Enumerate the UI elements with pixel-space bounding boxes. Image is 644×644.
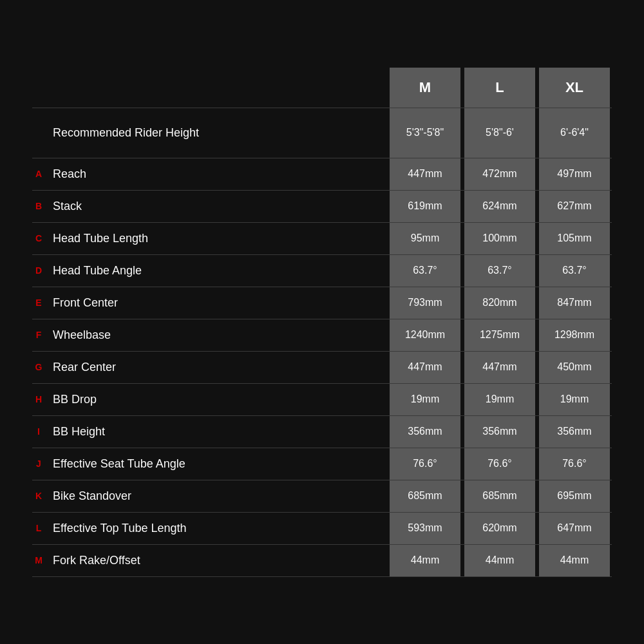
table-row: AReach447mm472mm497mm (32, 158, 612, 190)
table-row: CHead Tube Length95mm100mm105mm (32, 222, 612, 254)
size-cell-2: 356mm (539, 416, 610, 448)
row-letter: H (32, 394, 45, 404)
row-letter: E (32, 298, 45, 308)
table-wrapper: M L XL Recommended Rider Height5'3"-5'8"… (32, 68, 612, 577)
label-section: JEffective Seat Tube Angle (32, 448, 388, 480)
size-cell-1: 100mm (464, 223, 535, 254)
size-cell-1: 5'8"-6' (464, 108, 535, 158)
size-cell-2: 450mm (539, 352, 610, 383)
header-row: M L XL (32, 68, 612, 108)
geometry-table: M L XL Recommended Rider Height5'3"-5'8"… (32, 68, 612, 577)
row-label: Reach (53, 167, 86, 181)
size-cell-0: 44mm (390, 545, 460, 576)
size-cell-2: 105mm (539, 223, 610, 254)
table-row: JEffective Seat Tube Angle76.6°76.6°76.6… (32, 448, 612, 480)
size-cell-0: 1240mm (390, 319, 460, 351)
row-label: Recommended Rider Height (32, 117, 199, 149)
label-section: MFork Rake/Offset (32, 545, 388, 576)
size-cell-0: 447mm (390, 158, 460, 190)
row-label: Effective Top Tube Length (53, 522, 187, 535)
label-section: FWheelbase (32, 319, 388, 351)
label-section: Recommended Rider Height (32, 108, 388, 158)
label-section: BStack (32, 191, 388, 222)
label-section: AReach (32, 158, 388, 190)
row-label: Stack (53, 200, 82, 213)
table-row: KBike Standover685mm685mm695mm (32, 480, 612, 512)
size-header-xl: XL (539, 68, 610, 108)
label-section: HBB Drop (32, 384, 388, 415)
table-row: FWheelbase1240mm1275mm1298mm (32, 319, 612, 351)
size-cell-0: 619mm (390, 191, 460, 222)
row-letter: K (32, 491, 45, 501)
size-cell-1: 63.7° (464, 255, 535, 287)
size-cell-1: 447mm (464, 352, 535, 383)
size-cell-2: 44mm (539, 545, 610, 576)
row-label: Bike Standover (53, 489, 131, 503)
table-row: GRear Center447mm447mm450mm (32, 351, 612, 383)
size-cell-0: 593mm (390, 513, 460, 544)
row-letter: A (32, 169, 45, 179)
label-section: DHead Tube Angle (32, 255, 388, 287)
table-row: HBB Drop19mm19mm19mm (32, 383, 612, 415)
size-cell-2: 627mm (539, 191, 610, 222)
label-section: CHead Tube Length (32, 223, 388, 254)
size-cell-0: 793mm (390, 287, 460, 319)
row-label: Effective Seat Tube Angle (53, 457, 185, 471)
size-cell-1: 685mm (464, 480, 535, 512)
row-letter: M (32, 555, 45, 565)
table-row: MFork Rake/Offset44mm44mm44mm (32, 544, 612, 577)
row-letter: C (32, 233, 45, 243)
size-cell-0: 76.6° (390, 448, 460, 480)
table-row: Recommended Rider Height5'3"-5'8"5'8"-6'… (32, 108, 612, 158)
size-cell-0: 685mm (390, 480, 460, 512)
size-cell-0: 95mm (390, 223, 460, 254)
row-label: Fork Rake/Offset (53, 554, 140, 567)
row-label: Rear Center (53, 361, 116, 374)
size-cell-0: 63.7° (390, 255, 460, 287)
size-cell-2: 647mm (539, 513, 610, 544)
size-cell-2: 76.6° (539, 448, 610, 480)
row-letter: G (32, 362, 45, 372)
size-header-m: M (390, 68, 460, 108)
label-section: KBike Standover (32, 480, 388, 512)
size-cell-2: 19mm (539, 384, 610, 415)
size-cell-1: 472mm (464, 158, 535, 190)
row-label: Head Tube Length (53, 232, 148, 245)
size-cell-1: 76.6° (464, 448, 535, 480)
rows-container: Recommended Rider Height5'3"-5'8"5'8"-6'… (32, 108, 612, 577)
label-section: GRear Center (32, 352, 388, 383)
row-letter: D (32, 265, 45, 276)
size-cell-1: 44mm (464, 545, 535, 576)
row-label: BB Drop (53, 393, 97, 406)
label-section: LEffective Top Tube Length (32, 513, 388, 544)
label-section: EFront Center (32, 287, 388, 319)
size-cell-2: 63.7° (539, 255, 610, 287)
size-header-l: L (464, 68, 535, 108)
size-cell-1: 820mm (464, 287, 535, 319)
size-cell-2: 6'-6'4" (539, 108, 610, 158)
size-cell-0: 447mm (390, 352, 460, 383)
label-section: IBB Height (32, 416, 388, 448)
row-label: Front Center (53, 296, 118, 310)
size-cell-1: 356mm (464, 416, 535, 448)
row-letter: F (32, 330, 45, 340)
table-row: DHead Tube Angle63.7°63.7°63.7° (32, 254, 612, 287)
table-row: LEffective Top Tube Length593mm620mm647m… (32, 512, 612, 544)
size-cell-0: 5'3"-5'8" (390, 108, 460, 158)
row-letter: L (32, 523, 45, 533)
size-cell-2: 695mm (539, 480, 610, 512)
table-row: BStack619mm624mm627mm (32, 190, 612, 222)
label-col-header (32, 68, 388, 108)
table-row: EFront Center793mm820mm847mm (32, 287, 612, 319)
row-letter: I (32, 426, 45, 437)
size-cell-1: 624mm (464, 191, 535, 222)
size-cell-2: 847mm (539, 287, 610, 319)
size-cell-1: 620mm (464, 513, 535, 544)
table-row: IBB Height356mm356mm356mm (32, 415, 612, 448)
row-letter: J (32, 459, 45, 469)
size-cell-1: 1275mm (464, 319, 535, 351)
size-cell-2: 497mm (539, 158, 610, 190)
size-cell-1: 19mm (464, 384, 535, 415)
row-label: Head Tube Angle (53, 264, 142, 278)
size-cell-2: 1298mm (539, 319, 610, 351)
